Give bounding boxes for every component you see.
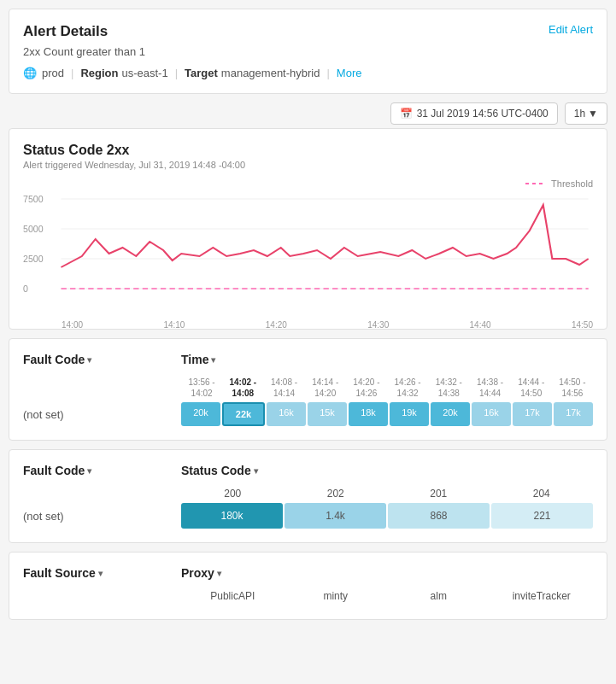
alert-meta: 🌐 prod | Region us-east-1 | Target manag…: [23, 67, 593, 79]
proxy-header-cell: alm: [387, 590, 490, 602]
time-header-cell: 14:08 -14:14: [263, 377, 304, 399]
interval-value: 1h: [574, 108, 585, 120]
chart-container: Threshold 7500 5000 2500 0 14:00 14:10 1…: [23, 178, 593, 315]
time-header-row: 13:56 -14:0214:02 -14:0814:08 -14:1414:1…: [23, 377, 593, 399]
x-label: 14:10: [163, 320, 185, 330]
time-data-cell: 17k: [554, 402, 593, 426]
threshold-line-sample: [525, 183, 546, 184]
fault-source-sort-icon: ▾: [98, 569, 103, 578]
status-header-cell: 204: [490, 488, 594, 500]
target-label: Target: [185, 67, 218, 79]
threshold-legend: Threshold: [525, 178, 593, 189]
status-table: 200202201204 (not set) 180k1.4k868221: [23, 488, 593, 529]
alert-details-card: Alert Details Edit Alert 2xx Count great…: [9, 9, 607, 94]
time-data-cell: 16k: [267, 402, 306, 426]
x-label: 14:00: [62, 320, 83, 330]
time-data-cell: 20k: [431, 402, 470, 426]
fault-code-time-card: Fault Code ▾ Time ▾ 13:56 -14:0214:02 -1…: [9, 338, 607, 441]
time-header-cell: 14:02 -14:08: [222, 377, 263, 399]
status-header-row: 200202201204: [23, 488, 593, 500]
time-sort-icon: ▾: [211, 355, 215, 365]
svg-text:0: 0: [23, 284, 28, 294]
time-data-cell: 19k: [390, 402, 429, 426]
status-data-cell: 180k: [181, 503, 283, 529]
time-data-cell: 15k: [308, 402, 347, 426]
more-link[interactable]: More: [337, 67, 362, 79]
interval-chevron-icon: ▼: [588, 108, 598, 120]
fault-code-col-header-2[interactable]: Fault Code ▾: [23, 464, 181, 477]
time-data-row: (not set) 20k22k16k15k18k19k20k16k17k17k: [23, 402, 593, 426]
time-cells: 20k22k16k15k18k19k20k16k17k17k: [181, 402, 593, 426]
time-header-cell: 14:26 -14:32: [387, 377, 428, 399]
chart-subtitle: Alert triggered Wednesday, Jul 31, 2019 …: [23, 160, 593, 170]
chart-svg: 7500 5000 2500 0: [23, 192, 593, 316]
fault-code-sort-icon-2: ▾: [87, 466, 91, 476]
proxy-header-row: PublicAPImintyalminviteTracker: [23, 590, 593, 602]
time-data-cell: 18k: [349, 402, 388, 426]
fault-code-time-headers: Fault Code ▾ Time ▾: [23, 353, 593, 366]
alert-env: prod: [42, 67, 64, 79]
row-label-not-set-1: (not set): [23, 408, 181, 421]
time-table: 13:56 -14:0214:02 -14:0814:08 -14:1414:1…: [23, 377, 593, 426]
x-label: 14:20: [266, 320, 287, 330]
svg-text:5000: 5000: [23, 225, 44, 234]
proxy-header-cell: PublicAPI: [181, 590, 285, 602]
edit-alert-link[interactable]: Edit Alert: [549, 23, 593, 36]
fault-code-status-headers: Fault Code ▾ Status Code ▾: [23, 464, 593, 477]
time-data-cell: 22k: [222, 402, 265, 426]
datetime-button[interactable]: 📅 31 Jul 2019 14:56 UTC-0400: [390, 102, 558, 125]
time-header-cell: 14:20 -14:26: [346, 377, 387, 399]
status-data-cell: 868: [388, 503, 490, 529]
alert-description: 2xx Count greater than 1: [23, 45, 593, 58]
fault-source-col-header[interactable]: Fault Source ▾: [23, 566, 181, 580]
fault-source-proxy-card: Fault Source ▾ Proxy ▾ PublicAPImintyalm…: [9, 552, 607, 620]
globe-icon: 🌐: [23, 67, 37, 79]
x-label: 14:50: [572, 320, 593, 330]
fault-code-status-card: Fault Code ▾ Status Code ▾ 200202201204 …: [9, 449, 607, 543]
chart-card: Status Code 2xx Alert triggered Wednesda…: [9, 128, 607, 330]
status-header-cell: 202: [285, 488, 388, 500]
time-col-header[interactable]: Time ▾: [181, 353, 593, 366]
region-label: Region: [80, 67, 118, 79]
alert-header: Alert Details Edit Alert: [23, 23, 593, 40]
fault-code-col-header-1[interactable]: Fault Code ▾: [23, 353, 181, 366]
controls-row: 📅 31 Jul 2019 14:56 UTC-0400 1h ▼: [9, 102, 607, 125]
time-header-cell: 14:44 -14:50: [511, 377, 552, 399]
svg-text:7500: 7500: [23, 195, 44, 204]
status-sort-icon: ▾: [254, 466, 258, 476]
interval-button[interactable]: 1h ▼: [565, 102, 607, 125]
calendar-icon: 📅: [400, 108, 413, 120]
time-header-cell: 14:50 -14:56: [552, 377, 593, 399]
proxy-sort-icon: ▾: [217, 569, 221, 578]
svg-text:2500: 2500: [23, 254, 44, 264]
threshold-label: Threshold: [551, 178, 593, 189]
time-data-cell: 17k: [513, 402, 552, 426]
datetime-value: 31 Jul 2019 14:56 UTC-0400: [417, 108, 549, 120]
time-header-cell: 14:38 -14:44: [469, 377, 510, 399]
status-code-col-header[interactable]: Status Code ▾: [181, 464, 593, 477]
proxy-col-header[interactable]: Proxy ▾: [181, 566, 593, 580]
fault-source-headers: Fault Source ▾ Proxy ▾: [23, 566, 593, 580]
time-data-cell: 20k: [181, 402, 220, 426]
status-data-row: (not set) 180k1.4k868221: [23, 503, 593, 529]
proxy-header-cell: minty: [285, 590, 388, 602]
status-data-cell: 221: [491, 503, 593, 529]
time-data-cell: 16k: [472, 402, 511, 426]
chart-title: Status Code 2xx: [23, 143, 593, 158]
alert-target: management-hybrid: [221, 67, 320, 79]
alert-title: Alert Details: [23, 23, 108, 40]
time-header-cell: 14:32 -14:38: [428, 377, 469, 399]
alert-region: us-east-1: [121, 67, 167, 79]
status-header-cell: 201: [387, 488, 490, 500]
x-label: 14:30: [367, 320, 389, 330]
time-header-cell: 13:56 -14:02: [181, 377, 222, 399]
row-label-not-set-2: (not set): [23, 510, 181, 523]
time-header-cell: 14:14 -14:20: [305, 377, 346, 399]
fault-code-sort-icon: ▾: [87, 355, 91, 365]
status-header-cell: 200: [181, 488, 285, 500]
status-cells: 180k1.4k868221: [181, 503, 593, 529]
status-data-cell: 1.4k: [285, 503, 386, 529]
x-axis-labels: 14:00 14:10 14:20 14:30 14:40 14:50: [23, 319, 593, 330]
proxy-header-cell: inviteTracker: [490, 590, 594, 602]
x-label: 14:40: [470, 320, 491, 330]
